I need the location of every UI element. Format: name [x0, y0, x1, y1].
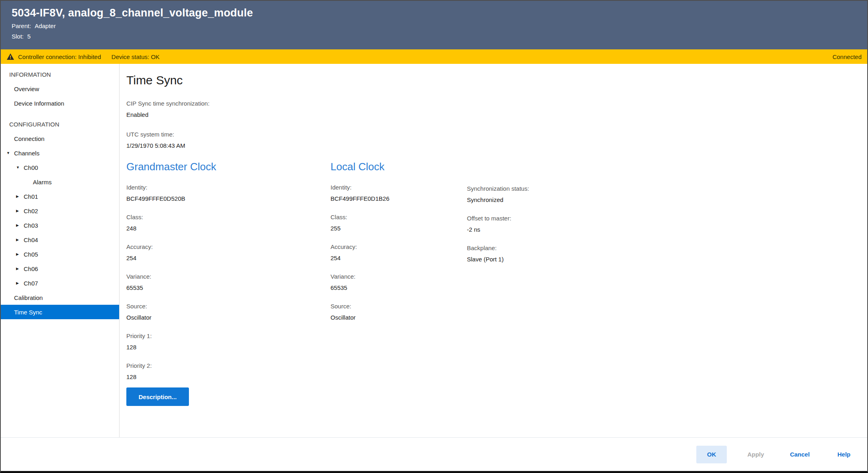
help-button[interactable]: Help [829, 446, 859, 463]
field-value: 248 [126, 224, 331, 233]
sidebar-item-channels[interactable]: ▼ Channels [1, 146, 119, 160]
sidebar-item-ch07[interactable]: ▶ Ch07 [1, 276, 119, 290]
sidebar-item-label: Ch02 [24, 208, 38, 214]
field-value: Synchronized [467, 195, 529, 205]
sidebar-item-label: Ch00 [24, 164, 38, 171]
sidebar-section-configuration: CONFIGURATION [1, 117, 119, 131]
sidebar-item-calibration[interactable]: Calibration [1, 290, 119, 305]
chevron-right-icon[interactable]: ▶ [16, 209, 24, 213]
grandmaster-clock-section: Grandmaster Clock Identity: BCF499FFFE0D… [126, 159, 331, 406]
field-value: 255 [331, 224, 467, 233]
slot-label: Slot: [12, 33, 24, 40]
sidebar-item-label: Ch04 [24, 236, 38, 243]
sync-status-field: Synchronization status: Synchronized [467, 183, 529, 205]
chevron-down-icon[interactable]: ▼ [6, 151, 14, 155]
sidebar-item-ch02[interactable]: ▶ Ch02 [1, 204, 119, 218]
footer-bar: OK Apply Cancel Help [1, 437, 867, 471]
sidebar-item-label: Ch01 [24, 193, 38, 200]
gm-accuracy-field: Accuracy: 254 [126, 242, 331, 263]
field-value: Oscillator [126, 313, 331, 322]
gm-priority2-field: Priority 2: 128 [126, 361, 331, 382]
grandmaster-clock-title: Grandmaster Clock [126, 159, 331, 174]
sidebar-item-ch06[interactable]: ▶ Ch06 [1, 261, 119, 276]
field-label: Variance: [126, 271, 331, 282]
chevron-right-icon[interactable]: ▶ [16, 281, 24, 285]
cancel-button[interactable]: Cancel [785, 446, 815, 463]
field-value: BCF499FFFE0D1B26 [331, 194, 467, 204]
sidebar-nav: INFORMATION Overview Device Information … [1, 64, 120, 438]
warning-icon [7, 53, 14, 60]
module-title: 5034-IF8V, analog_8_channel_voltage_modu… [12, 7, 867, 19]
utc-time-label: UTC system time: [126, 129, 859, 140]
field-value: 65535 [331, 283, 467, 293]
field-value: BCF499FFFE0D520B [126, 194, 331, 204]
gm-identity-field: Identity: BCF499FFFE0D520B [126, 182, 331, 204]
sidebar-item-ch03[interactable]: ▶ Ch03 [1, 218, 119, 232]
backplane-field: Backplane: Slave (Port 1) [467, 243, 529, 264]
sidebar-item-connection[interactable]: Connection [1, 131, 119, 146]
controller-connection-status: Controller connection: Inhibited [18, 53, 101, 60]
field-label: Accuracy: [126, 242, 331, 252]
sidebar-item-label: Channels [14, 150, 39, 157]
local-accuracy-field: Accuracy: 254 [331, 242, 467, 263]
sidebar-item-device-information[interactable]: Device Information [1, 96, 119, 110]
field-label: Priority 1: [126, 331, 331, 341]
field-label: Priority 2: [126, 361, 331, 371]
field-value: 128 [126, 343, 331, 352]
connection-state: Connected [832, 53, 862, 60]
field-label: Identity: [331, 182, 467, 193]
field-value: -2 ns [467, 225, 529, 234]
sidebar-item-ch00-alarms[interactable]: Alarms [1, 175, 119, 189]
chevron-right-icon[interactable]: ▶ [16, 194, 24, 198]
chevron-right-icon[interactable]: ▶ [16, 267, 24, 271]
local-clock-section: Local Clock Identity: BCF499FFFE0D1B26 C… [331, 159, 467, 406]
field-label: Accuracy: [331, 242, 467, 252]
utc-time-value: 1/29/1970 5:08:43 AM [126, 141, 859, 151]
local-class-field: Class: 255 [331, 212, 467, 233]
utc-time-field: UTC system time: 1/29/1970 5:08:43 AM [126, 129, 859, 151]
ok-button[interactable]: OK [696, 446, 727, 463]
device-status: Device status: OK [112, 53, 160, 60]
offset-to-master-field: Offset to master: -2 ns [467, 213, 529, 234]
parent-label: Parent: [12, 22, 31, 29]
description-button[interactable]: Description... [126, 387, 189, 406]
cip-sync-value: Enabled [126, 110, 859, 120]
sync-status-section: Synchronization status: Synchronized Off… [467, 159, 529, 406]
sidebar-item-time-sync[interactable]: Time Sync [1, 305, 119, 319]
gm-variance-field: Variance: 65535 [126, 271, 331, 293]
slot-value: 5 [27, 33, 30, 40]
sidebar-item-ch05[interactable]: ▶ Ch05 [1, 247, 119, 261]
sidebar-item-label: Ch07 [24, 280, 38, 287]
chevron-right-icon[interactable]: ▶ [16, 238, 24, 242]
field-value: Slave (Port 1) [467, 255, 529, 264]
field-label: Class: [331, 212, 467, 222]
local-clock-title: Local Clock [331, 159, 467, 174]
main-panel: Time Sync CIP Sync time synchronization:… [120, 64, 867, 438]
sidebar-item-label: Ch03 [24, 222, 38, 229]
apply-button[interactable]: Apply [740, 446, 771, 463]
field-value: 65535 [126, 283, 331, 293]
sidebar-item-ch00[interactable]: ▼ Ch00 [1, 160, 119, 175]
cip-sync-label: CIP Sync time synchronization: [126, 98, 859, 109]
parent-row: Parent:Adapter [12, 22, 867, 30]
chevron-down-icon[interactable]: ▼ [16, 165, 24, 169]
field-label: Source: [331, 301, 467, 312]
sidebar-item-label: Ch06 [24, 265, 38, 272]
chevron-right-icon[interactable]: ▶ [16, 223, 24, 227]
field-label: Identity: [126, 182, 331, 193]
chevron-right-icon[interactable]: ▶ [16, 252, 24, 256]
sidebar-item-ch01[interactable]: ▶ Ch01 [1, 189, 119, 204]
sidebar-item-label: Ch05 [24, 251, 38, 258]
sidebar-section-information: INFORMATION [1, 67, 119, 82]
field-value: 254 [331, 253, 467, 263]
field-value: 128 [126, 372, 331, 382]
sidebar-item-ch04[interactable]: ▶ Ch04 [1, 232, 119, 247]
device-properties-window: 5034-IF8V, analog_8_channel_voltage_modu… [0, 0, 868, 473]
page-title: Time Sync [126, 72, 859, 89]
field-label: Source: [126, 301, 331, 312]
field-label: Backplane: [467, 243, 529, 253]
local-identity-field: Identity: BCF499FFFE0D1B26 [331, 182, 467, 204]
sidebar-item-overview[interactable]: Overview [1, 82, 119, 96]
clock-columns: Grandmaster Clock Identity: BCF499FFFE0D… [126, 159, 859, 406]
field-label: Synchronization status: [467, 183, 529, 194]
